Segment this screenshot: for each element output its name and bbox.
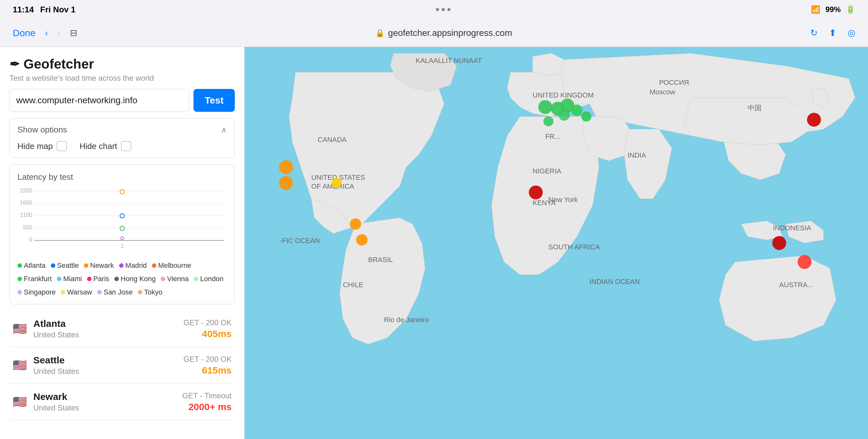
status-right: 📶 99% 🔋: [811, 5, 855, 14]
svg-point-38: [279, 176, 293, 190]
compass-icon[interactable]: ◎: [848, 28, 855, 38]
result-right: GET - Timeout 2000+ ms: [182, 391, 231, 412]
legend-item: London: [194, 275, 223, 283]
legend-dot: [97, 290, 102, 294]
legend-dot: [61, 290, 65, 294]
legend-label: Warsaw: [67, 288, 92, 296]
result-status: GET - 200 OK: [183, 318, 231, 327]
svg-text:CANADA: CANADA: [318, 136, 347, 144]
svg-text:1: 1: [121, 243, 124, 249]
options-header[interactable]: Show options ∧: [10, 119, 235, 141]
hide-map-checkbox[interactable]: [57, 141, 67, 151]
app-logo-icon: ✒: [9, 57, 20, 71]
legend-label: San Jose: [103, 288, 133, 296]
legend-label: Frankfurt: [24, 275, 52, 283]
hide-chart-option: Hide chart: [80, 141, 131, 151]
tabs-icon[interactable]: ⊟: [70, 28, 77, 38]
back-button[interactable]: ‹: [45, 28, 48, 38]
legend-label: Newark: [90, 261, 114, 270]
nav-bar: Done ‹ › ⊟ 🔒 geofetcher.appsinprogress.c…: [0, 19, 868, 47]
svg-text:New York: New York: [548, 196, 578, 203]
legend-dot: [18, 263, 22, 268]
battery-icon: 🔋: [846, 5, 855, 14]
legend-label: Paris: [93, 275, 109, 283]
url-input[interactable]: [9, 89, 189, 112]
legend-dot: [161, 277, 165, 281]
svg-text:INDIA: INDIA: [627, 151, 646, 159]
svg-text:РОССИЯ: РОССИЯ: [659, 79, 689, 86]
result-name: Seattle: [33, 355, 79, 366]
svg-text:AUSTRA...: AUSTRA...: [779, 281, 813, 289]
svg-point-50: [807, 113, 821, 127]
legend-dot: [152, 263, 156, 268]
svg-text:FR...: FR...: [545, 132, 560, 140]
svg-text:Moscow: Moscow: [650, 88, 675, 96]
legend-item: Atlanta: [18, 261, 46, 270]
legend-item: Tokyo: [138, 288, 162, 296]
svg-point-13: [120, 226, 125, 230]
share-icon[interactable]: ⬆: [829, 28, 836, 38]
refresh-icon[interactable]: ↻: [810, 28, 817, 38]
done-button[interactable]: Done: [13, 28, 36, 38]
legend-label: Madrid: [125, 261, 147, 270]
legend-dot: [84, 263, 88, 268]
svg-point-14: [121, 237, 124, 240]
svg-text:KALAALLIT NUNAAT: KALAALLIT NUNAAT: [415, 57, 482, 64]
svg-text:NIGERIA: NIGERIA: [532, 167, 561, 175]
svg-point-48: [582, 112, 592, 122]
svg-text:1100: 1100: [20, 212, 32, 218]
legend-item: Madrid: [119, 261, 147, 270]
nav-right: ↻ ⬆ ◎: [810, 28, 855, 38]
forward-button[interactable]: ›: [58, 28, 60, 38]
chart-title: Latency by test: [18, 172, 227, 182]
svg-text:Rio de Janeiro: Rio de Janeiro: [384, 316, 429, 324]
svg-point-39: [331, 178, 342, 188]
hide-chart-label: Hide chart: [80, 142, 117, 151]
svg-point-41: [350, 218, 361, 230]
flag-icon: 🇺🇸: [13, 395, 27, 408]
result-status: GET - 200 OK: [183, 355, 231, 364]
result-country: United States: [33, 367, 79, 376]
app-name: Geofetcher: [24, 57, 94, 72]
legend-item: Warsaw: [61, 288, 92, 296]
flag-icon: 🇺🇸: [13, 322, 27, 336]
legend-dot: [114, 277, 119, 281]
status-dot-1: [436, 8, 439, 11]
hide-chart-checkbox[interactable]: [121, 141, 131, 151]
left-panel: ✒ Geofetcher Test a website's load time …: [0, 47, 245, 439]
result-name: Newark: [33, 391, 79, 402]
result-item: 🇺🇸 Atlanta United States GET - 200 OK 40…: [9, 311, 235, 347]
status-bar: 11:14 Fri Nov 1 📶 99% 🔋: [0, 0, 868, 19]
svg-point-42: [356, 234, 368, 246]
legend-label: Singapore: [24, 288, 56, 296]
main-layout: ✒ Geofetcher Test a website's load time …: [0, 47, 868, 439]
results-list: 🇺🇸 Atlanta United States GET - 200 OK 40…: [9, 311, 235, 420]
chart-legend: AtlantaSeattleNewarkMadridMelbourneFrank…: [18, 261, 227, 296]
app-subtitle: Test a website's load time across the wo…: [9, 74, 235, 83]
svg-text:INDIAN OCEAN: INDIAN OCEAN: [589, 278, 640, 286]
result-time: 615ms: [183, 365, 231, 376]
legend-item: San Jose: [97, 288, 133, 296]
legend-item: Seattle: [51, 261, 79, 270]
legend-label: Hong Kong: [121, 275, 156, 283]
url-display: geofetcher.appsinprogress.com: [388, 28, 512, 38]
legend-label: Tokyo: [144, 288, 162, 296]
nav-center: 🔒 geofetcher.appsinprogress.com: [375, 28, 512, 38]
test-button[interactable]: Test: [193, 89, 235, 112]
result-time: 405ms: [183, 328, 231, 339]
legend-dot: [119, 263, 124, 268]
legend-label: Atlanta: [24, 261, 46, 270]
svg-text:UNITED KINGDOM: UNITED KINGDOM: [532, 91, 593, 99]
svg-text:2200: 2200: [20, 187, 32, 194]
status-time: 11:14: [13, 5, 34, 14]
result-left: 🇺🇸 Newark United States: [13, 391, 79, 412]
svg-point-51: [772, 236, 786, 250]
result-country: United States: [33, 403, 79, 412]
svg-point-46: [559, 109, 570, 121]
status-center: [436, 8, 451, 11]
hide-map-option: Hide map: [18, 141, 67, 151]
legend-dot: [51, 263, 55, 268]
result-left: 🇺🇸 Atlanta United States: [13, 318, 79, 339]
chart-svg: 2200 1650 1100 550 0 1: [18, 187, 227, 251]
world-map-svg: CANADA UNITED STATES OF AMERICA BRASIL C…: [245, 47, 868, 439]
